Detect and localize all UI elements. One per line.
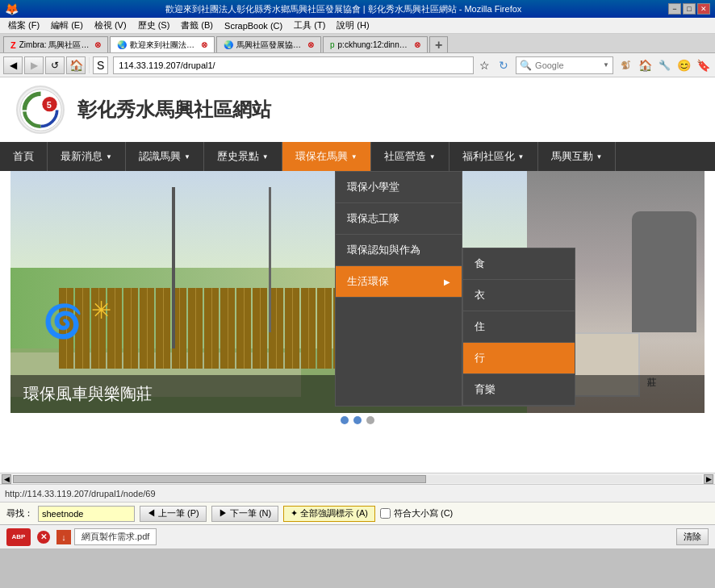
nav-eco-arrow: ▼ xyxy=(351,153,358,161)
tab-pickhung[interactable]: p p:ckhung:12:dinner [De... ⊗ xyxy=(323,36,428,52)
scroll-thumb[interactable] xyxy=(13,475,426,483)
reload-button[interactable]: ↺ xyxy=(45,56,65,74)
dropdown-eco-knowledge-label: 環保認知與作為 xyxy=(347,243,420,257)
nav-eco[interactable]: 環保在馬興 ▼ xyxy=(282,142,371,171)
menu-bookmarks[interactable]: 書籤 (B) xyxy=(176,18,218,33)
clear-button[interactable]: 清除 xyxy=(676,528,709,545)
sub-housing[interactable]: 住 xyxy=(463,311,575,343)
tab-main[interactable]: 🌏 歡迎來到社團法人彰化縣... ⊗ xyxy=(110,36,215,52)
refresh-icon[interactable]: ↻ xyxy=(495,56,512,74)
back-button[interactable]: ◀ xyxy=(3,56,23,74)
sub-food-label: 食 xyxy=(475,257,485,269)
menu-file[interactable]: 檔案 (F) xyxy=(3,18,44,33)
titlebar-title: 歡迎來到社團法人彰化縣秀水鄉馬興社區發展協會 | 彰化秀水馬興社區網站 - Mo… xyxy=(165,3,522,15)
navbar: ◀ ▶ ↺ 🏠 S ☆ ↻ 🔍 ▼ 🐒 🏠 🔧 😊 🔖 xyxy=(0,53,715,77)
sub-education-label: 育樂 xyxy=(475,383,495,395)
nav-extra-icon5[interactable]: 🔖 xyxy=(694,56,712,74)
find-label: 尋找： xyxy=(6,507,33,519)
find-next-button[interactable]: ▶ 下一筆 (N) xyxy=(211,506,278,522)
nav-dot-3[interactable] xyxy=(366,416,374,424)
site-favicon: S xyxy=(97,59,104,72)
sub-housing-label: 住 xyxy=(475,320,485,332)
sub-transport-label: 行 xyxy=(475,352,485,364)
tab-zimbra[interactable]: Z Zimbra: 馬興社區網頁需求 ⊗ xyxy=(3,36,108,52)
tab-add-button[interactable]: + xyxy=(429,36,448,52)
site-logo: 5 xyxy=(16,85,65,134)
menu-help[interactable]: 說明 (H) xyxy=(332,18,374,33)
sub-transport[interactable]: 行 xyxy=(463,343,575,374)
sub-education[interactable]: 育樂 xyxy=(463,374,575,406)
menu-scrapbook[interactable]: ScrapBook (C) xyxy=(220,19,287,32)
nav-dots xyxy=(0,413,715,427)
sub-food[interactable]: 食 xyxy=(463,248,575,280)
dropdown-eco-life[interactable]: 生活環保 ▶ xyxy=(336,266,462,298)
dropdown-eco-school[interactable]: 環保小學堂 xyxy=(336,172,462,203)
findbar: 尋找： ◀ 上一筆 (P) ▶ 下一筆 (N) ✦ 全部強調標示 (A) 符合大… xyxy=(0,502,715,524)
search-input[interactable] xyxy=(535,60,600,70)
download-file[interactable]: 網頁製作需求.pdf xyxy=(74,528,157,545)
nav-welfare[interactable]: 福利社區化 ▼ xyxy=(449,142,538,171)
search-dropdown-icon[interactable]: ▼ xyxy=(603,61,609,69)
menu-view[interactable]: 檢視 (V) xyxy=(90,18,132,33)
nav-extra-icon1[interactable]: 🐒 xyxy=(617,56,634,74)
scroll-left[interactable]: ◀ xyxy=(2,474,11,484)
nav-home-label: 首頁 xyxy=(13,149,34,164)
nav-about-arrow: ▼ xyxy=(184,153,190,161)
home-button[interactable]: 🏠 xyxy=(66,56,86,74)
nav-extra-icon3[interactable]: 🔧 xyxy=(655,56,673,74)
dropdown-eco-knowledge[interactable]: 環保認知與作為 xyxy=(336,235,462,266)
nav-community[interactable]: 社區營造 ▼ xyxy=(371,142,449,171)
find-case-text: 符合大小寫 (C) xyxy=(394,507,453,519)
adblock-text: ABP xyxy=(12,533,26,540)
dropdown-eco-life-arrow: ▶ xyxy=(444,277,450,286)
nav-dot-1[interactable] xyxy=(341,416,349,424)
pinwheel-mid: ✳ xyxy=(91,296,111,324)
star-icon[interactable]: ☆ xyxy=(475,56,493,74)
tab-assoc[interactable]: 🌏 馬興社區發展協會官網站... ⊗ xyxy=(216,36,321,52)
logo-svg: 5 xyxy=(19,88,63,132)
tab-label-main: 歡迎來到社團法人彰化縣... xyxy=(130,40,196,51)
hero-caption-text: 環保風車與樂陶莊 xyxy=(23,385,153,402)
menu-history[interactable]: 歷史 (S) xyxy=(133,18,175,33)
nav-history[interactable]: 歷史景點 ▼ xyxy=(204,142,282,171)
pole1 xyxy=(172,187,175,348)
menu-tools[interactable]: 工具 (T) xyxy=(289,18,330,33)
nav-home[interactable]: 首頁 xyxy=(0,142,48,171)
find-prev-button[interactable]: ◀ 上一筆 (P) xyxy=(140,506,207,522)
titlebar-icon: 🦊 xyxy=(5,2,19,15)
nav-news[interactable]: 最新消息 ▼ xyxy=(48,142,126,171)
nav-about[interactable]: 認識馬興 ▼ xyxy=(126,142,204,171)
status-url: http://114.33.119.207/drupal1/node/69 xyxy=(5,489,156,498)
maximize-button[interactable]: □ xyxy=(683,3,696,15)
nav-dot-2[interactable] xyxy=(353,416,362,424)
scrollbar-horizontal[interactable]: ◀ ▶ xyxy=(0,473,715,484)
dropdown-eco-life-label: 生活環保 xyxy=(347,274,389,289)
nav-extra-icon4[interactable]: 😊 xyxy=(675,56,692,74)
close-button[interactable]: ✕ xyxy=(697,3,710,15)
tab-close-assoc[interactable]: ⊗ xyxy=(307,40,314,49)
dropdown-eco-volunteer[interactable]: 環保志工隊 xyxy=(336,203,462,235)
pole2 xyxy=(269,187,271,332)
search-icon: 🔍 xyxy=(520,60,532,71)
find-case-label: 符合大小寫 (C) xyxy=(380,507,453,519)
adblock-close[interactable]: ✕ xyxy=(37,531,50,544)
address-bar[interactable] xyxy=(113,56,474,74)
sub-clothing[interactable]: 衣 xyxy=(463,280,575,311)
forward-button[interactable]: ▶ xyxy=(24,56,44,74)
tab-close-main[interactable]: ⊗ xyxy=(201,40,207,49)
find-highlight-button[interactable]: ✦ 全部強調標示 (A) xyxy=(283,506,375,522)
nav-interaction-label: 馬興互動 xyxy=(551,149,593,164)
scroll-right[interactable]: ▶ xyxy=(704,474,713,484)
tab-close-pickhung[interactable]: ⊗ xyxy=(414,40,420,49)
nav-extra-icon2[interactable]: 🏠 xyxy=(636,56,654,74)
dropdown-main: 環保小學堂 環保志工隊 環保認知與作為 生活環保 ▶ xyxy=(335,171,462,407)
tabsbar: Z Zimbra: 馬興社區網頁需求 ⊗ 🌏 歡迎來到社團法人彰化縣... ⊗ … xyxy=(0,34,715,53)
nav-interaction[interactable]: 馬興互動 ▼ xyxy=(538,142,617,171)
tab-close-zimbra[interactable]: ⊗ xyxy=(94,40,101,49)
nav-history-arrow: ▼ xyxy=(262,153,269,161)
find-case-checkbox[interactable] xyxy=(380,508,391,519)
menu-edit[interactable]: 編輯 (E) xyxy=(46,18,88,33)
find-input[interactable] xyxy=(38,506,135,522)
minimize-button[interactable]: − xyxy=(668,3,681,15)
dropdown-sub: 食 衣 住 行 育樂 xyxy=(462,248,575,407)
